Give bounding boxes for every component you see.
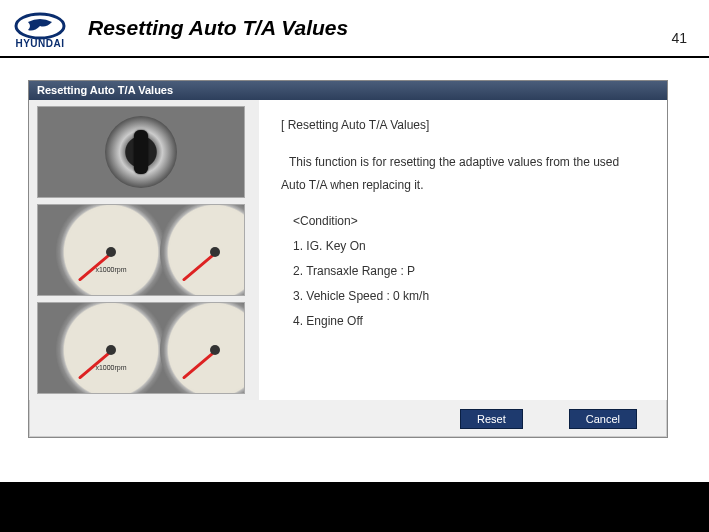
hyundai-logo: HYUNDAI: [14, 12, 66, 49]
gauge-cluster-image-2: x1000rpm: [37, 302, 245, 394]
section-title: [ Resetting Auto T/A Values]: [281, 114, 645, 137]
gauge-label: x1000rpm: [56, 364, 166, 371]
condition-list: <Condition> 1. IG. Key On 2. Transaxle R…: [293, 210, 645, 332]
dialog-body: x1000rpm x1000rpm [ Resetting Auto T/A V…: [29, 100, 667, 400]
tachometer-icon: x1000rpm: [56, 204, 166, 296]
button-row: Reset Cancel: [460, 409, 637, 429]
content-area: Resetting Auto T/A Values x1000rpm x1000…: [0, 58, 709, 438]
thumbnail-column: x1000rpm x1000rpm: [29, 100, 259, 400]
speedometer-icon: [160, 302, 245, 394]
description-text: This function is for resetting the adapt…: [281, 151, 645, 197]
ignition-key-image: [37, 106, 245, 198]
tachometer-icon: x1000rpm: [56, 302, 166, 394]
condition-item: 4. Engine Off: [293, 310, 645, 333]
info-panel: [ Resetting Auto T/A Values] This functi…: [259, 100, 667, 400]
ignition-key-icon: [105, 116, 177, 188]
page-header: HYUNDAI Resetting Auto T/A Values 41: [0, 0, 709, 58]
gauge-cluster-image-1: x1000rpm: [37, 204, 245, 296]
dialog-titlebar: Resetting Auto T/A Values: [29, 81, 667, 100]
condition-item: 2. Transaxle Range : P: [293, 260, 645, 283]
page-number: 41: [671, 30, 687, 46]
speedometer-icon: [160, 204, 245, 296]
dialog-window: Resetting Auto T/A Values x1000rpm x1000…: [28, 80, 668, 438]
condition-item: 1. IG. Key On: [293, 235, 645, 258]
page-title: Resetting Auto T/A Values: [88, 16, 348, 40]
cancel-button[interactable]: Cancel: [569, 409, 637, 429]
reset-button[interactable]: Reset: [460, 409, 523, 429]
hyundai-logo-icon: [14, 12, 66, 40]
condition-item: 3. Vehicle Speed : 0 km/h: [293, 285, 645, 308]
footer-bar: [0, 482, 709, 532]
gauge-label: x1000rpm: [56, 266, 166, 273]
condition-heading: <Condition>: [293, 210, 645, 233]
